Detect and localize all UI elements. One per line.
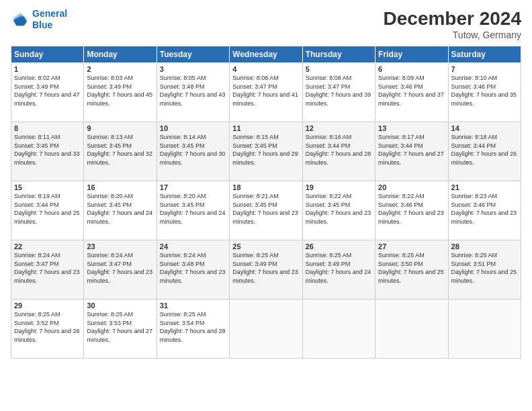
logo-icon — [11, 10, 30, 29]
day-cell: 10 Sunrise: 8:14 AMSunset: 3:45 PMDaylig… — [157, 122, 229, 181]
day-detail: Sunrise: 8:03 AMSunset: 3:49 PMDaylight:… — [87, 75, 152, 107]
day-detail: Sunrise: 8:25 AMSunset: 3:54 PMDaylight:… — [160, 311, 226, 343]
header-cell-friday: Friday — [375, 46, 448, 63]
day-cell: 23 Sunrise: 8:24 AMSunset: 3:47 PMDaylig… — [84, 240, 157, 300]
day-cell: 27 Sunrise: 8:25 AMSunset: 3:50 PMDaylig… — [375, 240, 448, 300]
header-cell-saturday: Saturday — [448, 46, 521, 63]
day-cell: 11 Sunrise: 8:15 AMSunset: 3:45 PMDaylig… — [230, 122, 302, 181]
day-number: 14 — [451, 124, 518, 132]
day-cell: 29 Sunrise: 8:25 AMSunset: 3:52 PMDaylig… — [11, 300, 84, 359]
day-number: 31 — [160, 302, 226, 310]
day-detail: Sunrise: 8:16 AMSunset: 3:44 PMDaylight:… — [306, 134, 371, 166]
day-cell: 1 Sunrise: 8:02 AMSunset: 3:49 PMDayligh… — [11, 63, 84, 122]
day-cell — [375, 300, 448, 359]
month-title: December 2024 — [384, 8, 521, 30]
calendar-table: SundayMondayTuesdayWednesdayThursdayFrid… — [11, 46, 521, 359]
day-cell: 12 Sunrise: 8:16 AMSunset: 3:44 PMDaylig… — [302, 122, 375, 181]
day-number: 2 — [87, 65, 153, 73]
day-number: 24 — [160, 242, 226, 250]
day-cell — [302, 300, 375, 359]
day-detail: Sunrise: 8:24 AMSunset: 3:47 PMDaylight:… — [14, 252, 80, 284]
header-cell-monday: Monday — [84, 46, 157, 63]
day-number: 13 — [378, 124, 445, 132]
day-cell — [230, 300, 302, 359]
day-number: 27 — [378, 242, 445, 250]
day-cell: 13 Sunrise: 8:17 AMSunset: 3:44 PMDaylig… — [375, 122, 448, 181]
day-cell: 5 Sunrise: 8:08 AMSunset: 3:47 PMDayligh… — [302, 63, 375, 122]
day-detail: Sunrise: 8:06 AMSunset: 3:47 PMDaylight:… — [232, 75, 298, 107]
day-detail: Sunrise: 8:23 AMSunset: 3:46 PMDaylight:… — [451, 193, 517, 225]
day-cell: 2 Sunrise: 8:03 AMSunset: 3:49 PMDayligh… — [84, 63, 157, 122]
day-detail: Sunrise: 8:13 AMSunset: 3:45 PMDaylight:… — [87, 134, 152, 166]
day-number: 10 — [160, 124, 226, 132]
day-number: 5 — [306, 65, 372, 73]
day-number: 3 — [160, 65, 226, 73]
day-number: 17 — [160, 183, 226, 191]
day-detail: Sunrise: 8:22 AMSunset: 3:45 PMDaylight:… — [306, 193, 371, 225]
week-row-2: 8 Sunrise: 8:11 AMSunset: 3:45 PMDayligh… — [11, 122, 521, 181]
day-number: 28 — [451, 242, 518, 250]
day-detail: Sunrise: 8:11 AMSunset: 3:45 PMDaylight:… — [14, 134, 80, 166]
logo-text: General Blue — [32, 8, 67, 31]
day-number: 25 — [232, 242, 299, 250]
day-cell: 19 Sunrise: 8:22 AMSunset: 3:45 PMDaylig… — [302, 181, 375, 240]
day-cell: 4 Sunrise: 8:06 AMSunset: 3:47 PMDayligh… — [230, 63, 302, 122]
day-detail: Sunrise: 8:25 AMSunset: 3:49 PMDaylight:… — [232, 252, 298, 284]
day-number: 15 — [14, 183, 81, 191]
header-cell-tuesday: Tuesday — [157, 46, 229, 63]
day-detail: Sunrise: 8:09 AMSunset: 3:46 PMDaylight:… — [378, 75, 444, 107]
day-number: 19 — [306, 183, 372, 191]
day-detail: Sunrise: 8:05 AMSunset: 3:48 PMDaylight:… — [160, 75, 226, 107]
day-cell: 25 Sunrise: 8:25 AMSunset: 3:49 PMDaylig… — [230, 240, 302, 300]
day-detail: Sunrise: 8:25 AMSunset: 3:51 PMDaylight:… — [451, 252, 517, 284]
day-number: 23 — [87, 242, 153, 250]
day-number: 21 — [451, 183, 518, 191]
day-cell: 3 Sunrise: 8:05 AMSunset: 3:48 PMDayligh… — [157, 63, 229, 122]
day-number: 8 — [14, 124, 81, 132]
day-number: 9 — [87, 124, 153, 132]
day-cell: 17 Sunrise: 8:20 AMSunset: 3:45 PMDaylig… — [157, 181, 229, 240]
day-detail: Sunrise: 8:19 AMSunset: 3:44 PMDaylight:… — [14, 193, 80, 225]
day-cell: 18 Sunrise: 8:21 AMSunset: 3:45 PMDaylig… — [230, 181, 302, 240]
logo-blue: Blue — [32, 19, 67, 31]
day-detail: Sunrise: 8:08 AMSunset: 3:47 PMDaylight:… — [306, 75, 371, 107]
day-number: 22 — [14, 242, 81, 250]
day-number: 11 — [232, 124, 299, 132]
week-row-1: 1 Sunrise: 8:02 AMSunset: 3:49 PMDayligh… — [11, 63, 521, 122]
day-cell: 14 Sunrise: 8:18 AMSunset: 3:44 PMDaylig… — [448, 122, 521, 181]
day-number: 18 — [232, 183, 299, 191]
day-cell: 30 Sunrise: 8:25 AMSunset: 3:53 PMDaylig… — [84, 300, 157, 359]
logo-general: General — [32, 8, 67, 19]
logo: General Blue — [11, 8, 67, 31]
header: General Blue December 2024 Tutow, German… — [11, 8, 521, 40]
day-cell: 6 Sunrise: 8:09 AMSunset: 3:46 PMDayligh… — [375, 63, 448, 122]
day-detail: Sunrise: 8:17 AMSunset: 3:44 PMDaylight:… — [378, 134, 444, 166]
day-number: 12 — [306, 124, 372, 132]
day-detail: Sunrise: 8:22 AMSunset: 3:46 PMDaylight:… — [378, 193, 444, 225]
week-row-3: 15 Sunrise: 8:19 AMSunset: 3:44 PMDaylig… — [11, 181, 521, 240]
day-number: 26 — [306, 242, 372, 250]
day-cell: 8 Sunrise: 8:11 AMSunset: 3:45 PMDayligh… — [11, 122, 84, 181]
day-number: 20 — [378, 183, 445, 191]
day-detail: Sunrise: 8:25 AMSunset: 3:52 PMDaylight:… — [14, 311, 80, 343]
header-cell-wednesday: Wednesday — [230, 46, 302, 63]
day-cell: 21 Sunrise: 8:23 AMSunset: 3:46 PMDaylig… — [448, 181, 521, 240]
day-detail: Sunrise: 8:24 AMSunset: 3:47 PMDaylight:… — [87, 252, 152, 284]
header-cell-sunday: Sunday — [11, 46, 84, 63]
header-cell-thursday: Thursday — [302, 46, 375, 63]
day-cell: 9 Sunrise: 8:13 AMSunset: 3:45 PMDayligh… — [84, 122, 157, 181]
day-detail: Sunrise: 8:20 AMSunset: 3:45 PMDaylight:… — [160, 193, 226, 225]
title-block: December 2024 Tutow, Germany — [384, 8, 521, 40]
day-detail: Sunrise: 8:10 AMSunset: 3:46 PMDaylight:… — [451, 75, 517, 107]
day-detail: Sunrise: 8:25 AMSunset: 3:49 PMDaylight:… — [306, 252, 371, 284]
day-cell: 16 Sunrise: 8:20 AMSunset: 3:45 PMDaylig… — [84, 181, 157, 240]
location-subtitle: Tutow, Germany — [384, 30, 521, 40]
week-row-4: 22 Sunrise: 8:24 AMSunset: 3:47 PMDaylig… — [11, 240, 521, 300]
day-number: 4 — [232, 65, 299, 73]
calendar-header: SundayMondayTuesdayWednesdayThursdayFrid… — [11, 46, 521, 63]
calendar-body: 1 Sunrise: 8:02 AMSunset: 3:49 PMDayligh… — [11, 63, 521, 359]
day-cell: 26 Sunrise: 8:25 AMSunset: 3:49 PMDaylig… — [302, 240, 375, 300]
day-detail: Sunrise: 8:15 AMSunset: 3:45 PMDaylight:… — [232, 134, 298, 166]
day-cell: 15 Sunrise: 8:19 AMSunset: 3:44 PMDaylig… — [11, 181, 84, 240]
day-cell: 28 Sunrise: 8:25 AMSunset: 3:51 PMDaylig… — [448, 240, 521, 300]
